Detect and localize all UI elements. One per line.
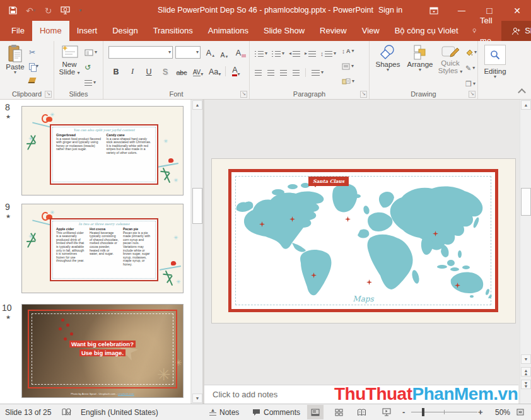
shapes-dropdown-icon[interactable]: ▾ bbox=[387, 68, 389, 72]
justify-button[interactable] bbox=[293, 70, 300, 76]
zoom-out-button[interactable]: - bbox=[402, 404, 405, 420]
sign-in-link[interactable]: Sign in bbox=[378, 0, 402, 21]
font-name-dropdown-icon[interactable]: ▾ bbox=[168, 50, 171, 54]
change-case-button[interactable]: Aa▾ bbox=[208, 65, 221, 76]
tab-transitions[interactable]: Transitions bbox=[146, 21, 201, 41]
slide-scrollbar[interactable]: ▲ ▼ ▲▲ ▼▼ bbox=[520, 100, 531, 404]
grow-font-button[interactable]: A▲ bbox=[204, 46, 217, 57]
bullets-dropdown-icon[interactable]: ▾ bbox=[265, 52, 267, 55]
slide-scroll-up-button[interactable]: ▲ bbox=[521, 100, 531, 110]
language-status[interactable]: English (United States) bbox=[81, 404, 158, 420]
close-button[interactable]: ✕ bbox=[503, 0, 531, 21]
start-from-beginning-button[interactable] bbox=[61, 6, 70, 15]
thumbnail-scrollbar-thumb[interactable] bbox=[192, 188, 202, 224]
section-dropdown-icon[interactable]: ▾ bbox=[93, 81, 96, 85]
minimize-button[interactable]: — bbox=[448, 0, 476, 21]
zoom-slider-thumb[interactable] bbox=[422, 408, 424, 416]
decrease-indent-button[interactable]: ◂ bbox=[289, 47, 300, 60]
share-button[interactable]: Share bbox=[501, 21, 531, 41]
columns-button[interactable]: ▾ bbox=[312, 66, 324, 79]
character-spacing-button[interactable]: AV▾ bbox=[192, 65, 204, 76]
bullets-button[interactable]: ▾ bbox=[255, 47, 267, 60]
tab-view[interactable]: View bbox=[354, 21, 387, 41]
shape-outline-dropdown-icon[interactable]: ▾ bbox=[472, 66, 475, 70]
shape-effects-dropdown-icon[interactable]: ▾ bbox=[473, 82, 476, 86]
notes-toggle-button[interactable]: ▲ Notes bbox=[209, 404, 239, 420]
convert-smartart-button[interactable]: ▾ bbox=[342, 75, 354, 88]
zoom-in-button[interactable]: + bbox=[478, 404, 483, 420]
font-size-dropdown-icon[interactable]: ▾ bbox=[196, 50, 199, 54]
clear-formatting-button[interactable]: A bbox=[235, 46, 247, 57]
align-right-button[interactable] bbox=[280, 70, 287, 76]
undo-button[interactable]: ↶▾ bbox=[26, 6, 36, 16]
font-size-combobox[interactable]: ▾ bbox=[175, 46, 201, 59]
format-painter-button[interactable] bbox=[29, 74, 38, 86]
comments-toggle-button[interactable]: Comments bbox=[252, 404, 300, 420]
layout-dropdown-icon[interactable]: ▾ bbox=[95, 50, 97, 54]
editing-button[interactable]: Editing ▾ bbox=[482, 45, 508, 79]
redo-button[interactable]: ↻ bbox=[45, 6, 52, 16]
quick-styles-button[interactable]: Quick Styles ▾ bbox=[436, 44, 464, 74]
copy-button[interactable]: ▾ bbox=[29, 60, 38, 73]
normal-view-button[interactable] bbox=[307, 405, 324, 419]
drawing-dialog-launcher[interactable]: ↘ bbox=[469, 91, 476, 98]
thumbnail-scroll-up-button[interactable]: ▲ bbox=[192, 100, 202, 110]
text-direction-dropdown-icon[interactable]: ▾ bbox=[352, 49, 354, 53]
slide-9-thumbnail[interactable]: ✳ ✳ ✳ ✳ In two or three merry columns Ap… bbox=[21, 204, 184, 293]
customize-qat-button[interactable]: ▾ bbox=[79, 9, 81, 13]
collapse-ribbon-button[interactable] bbox=[518, 88, 526, 96]
columns-dropdown-icon[interactable]: ▾ bbox=[321, 71, 324, 74]
clipboard-dialog-launcher[interactable]: ↘ bbox=[45, 91, 52, 98]
font-color-dropdown-icon[interactable]: ▾ bbox=[237, 73, 240, 76]
font-color-button[interactable]: A▾ bbox=[230, 65, 242, 76]
previous-slide-button[interactable]: ▲▲ bbox=[521, 367, 531, 376]
save-button[interactable] bbox=[9, 6, 17, 15]
shrink-font-button[interactable]: A▼ bbox=[218, 47, 231, 59]
slide-10-thumbnail[interactable]: ✳ ✳ Want big celebration? Use big image.… bbox=[21, 304, 184, 398]
increase-indent-button[interactable]: ▸ bbox=[305, 47, 316, 60]
shape-outline-button[interactable]: ✎▾ bbox=[465, 62, 477, 74]
slide-layout-button[interactable]: ▾ bbox=[85, 46, 97, 59]
tab-animations[interactable]: Animations bbox=[201, 21, 256, 41]
thumbnail-scroll-down-button[interactable]: ▼ bbox=[192, 394, 202, 403]
fit-slide-to-window-button[interactable] bbox=[512, 405, 528, 419]
shape-fill-dropdown-icon[interactable]: ▾ bbox=[474, 50, 477, 54]
santa-claus-flag[interactable]: Santa Claus bbox=[308, 177, 349, 186]
line-spacing-dropdown-icon[interactable]: ▾ bbox=[334, 52, 336, 55]
new-slide-dropdown-icon[interactable]: ▾ bbox=[77, 70, 79, 76]
paste-button[interactable]: Paste ▾ bbox=[4, 44, 26, 74]
next-slide-button[interactable]: ▼▼ bbox=[521, 380, 531, 389]
align-text-dropdown-icon[interactable]: ▾ bbox=[351, 64, 354, 68]
cut-button[interactable]: ✂ bbox=[29, 46, 38, 59]
character-spacing-dropdown-icon[interactable]: ▾ bbox=[201, 73, 203, 76]
slide-counter[interactable]: Slide 13 of 25 bbox=[5, 404, 51, 420]
align-text-button[interactable]: ▾ bbox=[342, 60, 354, 73]
reset-slide-button[interactable]: ↺ bbox=[85, 61, 97, 74]
tab-file[interactable]: File bbox=[4, 21, 32, 41]
quick-styles-dropdown-icon[interactable]: ▾ bbox=[460, 69, 462, 74]
paragraph-dialog-launcher[interactable]: ↘ bbox=[360, 91, 367, 98]
arrange-button[interactable]: Arrange ▾ bbox=[405, 44, 435, 72]
strikethrough-button[interactable]: abc bbox=[175, 65, 188, 76]
bold-button[interactable]: B bbox=[110, 65, 122, 76]
section-button[interactable]: ▾ bbox=[85, 76, 97, 89]
reading-view-button[interactable] bbox=[353, 405, 370, 419]
shapes-button[interactable]: Shapes ▾ bbox=[373, 44, 402, 72]
slide-scrollbar-thumb[interactable] bbox=[521, 188, 531, 216]
italic-button[interactable]: I bbox=[126, 65, 139, 76]
shape-effects-button[interactable]: ❒▾ bbox=[465, 78, 477, 90]
slide-scroll-down-button[interactable]: ▼ bbox=[521, 354, 531, 364]
photo-credit-link[interactable]: unsplash.com bbox=[118, 392, 134, 395]
editing-dropdown-icon[interactable]: ▾ bbox=[494, 75, 496, 79]
tab-insert[interactable]: Insert bbox=[69, 21, 105, 41]
shape-fill-button[interactable]: ▾ bbox=[465, 46, 477, 59]
align-center-button[interactable] bbox=[267, 70, 274, 76]
tab-design[interactable]: Design bbox=[105, 21, 145, 41]
tab-home[interactable]: Home bbox=[32, 21, 69, 41]
font-dialog-launcher[interactable]: ↘ bbox=[240, 91, 247, 98]
new-slide-button[interactable]: New Slide ▾ bbox=[57, 44, 82, 76]
text-direction-button[interactable]: ↕A▾ bbox=[342, 45, 354, 57]
align-left-button[interactable] bbox=[255, 70, 262, 76]
convert-smartart-dropdown-icon[interactable]: ▾ bbox=[352, 79, 354, 83]
tab-review[interactable]: Review bbox=[312, 21, 354, 41]
